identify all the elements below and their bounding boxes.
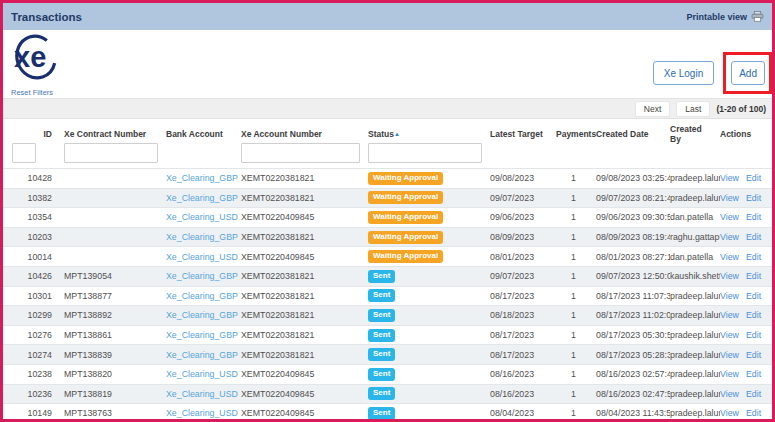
bank-account-link[interactable]: Xe_Clearing_USD: [166, 369, 238, 379]
last-page-button[interactable]: Last: [676, 101, 710, 117]
cell-id: 10149: [10, 408, 56, 418]
cell-payments: 1: [556, 350, 590, 360]
bank-account-link[interactable]: Xe_Clearing_GBP: [166, 173, 238, 183]
cell-created-by: dan.patella: [670, 212, 720, 222]
cell-id: 10014: [10, 252, 56, 262]
status-badge: Sent: [368, 368, 395, 381]
cell-created-by: dan.patella: [670, 252, 720, 262]
printable-view-button[interactable]: Printable view: [686, 11, 764, 22]
edit-link[interactable]: Edit: [746, 350, 761, 360]
cell-created-by: pradeep.lalung: [670, 173, 720, 183]
status-badge: Sent: [368, 387, 395, 400]
bank-account-link[interactable]: Xe_Clearing_GBP: [166, 310, 238, 320]
cell-payments: 1: [556, 389, 590, 399]
cell-created-by: pradeep.lalung: [670, 350, 720, 360]
view-link[interactable]: View: [720, 389, 739, 399]
edit-link[interactable]: Edit: [746, 408, 761, 418]
status-badge: Sent: [368, 289, 395, 302]
edit-link[interactable]: Edit: [746, 212, 761, 222]
edit-link[interactable]: Edit: [746, 369, 761, 379]
xe-login-button[interactable]: Xe Login: [653, 61, 714, 85]
next-page-button[interactable]: Next: [635, 101, 670, 117]
page-title: Transactions: [11, 11, 82, 23]
bank-account-link[interactable]: Xe_Clearing_GBP: [166, 291, 238, 301]
bank-account-link[interactable]: Xe_Clearing_USD: [166, 389, 238, 399]
view-link[interactable]: View: [720, 212, 739, 222]
bank-account-link[interactable]: Xe_Clearing_USD: [166, 408, 238, 418]
cell-account-number: XEMT0220409845: [241, 389, 368, 399]
cell-created-by: kaushik.shetty: [670, 271, 720, 281]
edit-link[interactable]: Edit: [746, 291, 761, 301]
cell-account-number: XEMT0220381821: [241, 173, 368, 183]
cell-payments: 1: [556, 212, 590, 222]
view-link[interactable]: View: [720, 252, 739, 262]
cell-created-date: 08/17/2023 05:30:58: [590, 330, 670, 340]
cell-account-number: XEMT0220381821: [241, 291, 368, 301]
edit-link[interactable]: Edit: [746, 271, 761, 281]
reset-filters-link[interactable]: Reset Filters: [11, 88, 53, 97]
bank-account-link[interactable]: Xe_Clearing_GBP: [166, 232, 238, 242]
col-header-created-by[interactable]: Created By: [670, 124, 720, 144]
edit-link[interactable]: Edit: [746, 252, 761, 262]
col-header-payments[interactable]: Payments: [556, 129, 590, 139]
edit-link[interactable]: Edit: [746, 232, 761, 242]
cell-contract-number: MPT138819: [56, 389, 166, 399]
col-header-status[interactable]: Status▲: [368, 129, 490, 139]
cell-account-number: XEMT0220381821: [241, 330, 368, 340]
bank-account-link[interactable]: Xe_Clearing_GBP: [166, 193, 238, 203]
cell-created-date: 08/16/2023 02:47:57: [590, 389, 670, 399]
view-link[interactable]: View: [720, 310, 739, 320]
view-link[interactable]: View: [720, 330, 739, 340]
col-header-status-label: Status: [368, 129, 394, 139]
view-link[interactable]: View: [720, 291, 739, 301]
cell-contract-number: MPT138892: [56, 310, 166, 320]
cell-id: 10382: [10, 193, 56, 203]
bank-account-link[interactable]: Xe_Clearing_USD: [166, 252, 238, 262]
status-filter-input[interactable]: [368, 143, 482, 163]
id-filter-input[interactable]: [12, 143, 36, 163]
col-header-latest-target[interactable]: Latest Target: [490, 129, 556, 139]
col-header-bank[interactable]: Bank Account: [166, 129, 241, 139]
status-badge: Waiting Approval: [368, 211, 443, 224]
col-header-account[interactable]: Xe Account Number: [241, 129, 368, 139]
col-header-created-date[interactable]: Created Date: [590, 129, 670, 139]
cell-account-number: XEMT0220409845: [241, 408, 368, 418]
col-header-id[interactable]: ID: [10, 129, 56, 139]
cell-account-number: XEMT0220409845: [241, 369, 368, 379]
bank-account-link[interactable]: Xe_Clearing_GBP: [166, 271, 238, 281]
edit-link[interactable]: Edit: [746, 310, 761, 320]
view-link[interactable]: View: [720, 408, 739, 418]
cell-account-number: XEMT0220381821: [241, 271, 368, 281]
table-row: 10428 Xe_Clearing_GBP XEMT0220381821 Wai…: [3, 168, 772, 188]
printer-icon: [751, 11, 764, 22]
view-link[interactable]: View: [720, 232, 739, 242]
contract-filter-input[interactable]: [64, 143, 158, 163]
table-row: 10276 MPT138861 Xe_Clearing_GBP XEMT0220…: [3, 325, 772, 345]
cell-id: 10274: [10, 350, 56, 360]
table-row: 10301 MPT138877 Xe_Clearing_GBP XEMT0220…: [3, 286, 772, 306]
col-header-contract[interactable]: Xe Contract Number: [56, 129, 166, 139]
edit-link[interactable]: Edit: [746, 193, 761, 203]
edit-link[interactable]: Edit: [746, 330, 761, 340]
cell-latest-target: 09/08/2023: [490, 173, 556, 183]
edit-link[interactable]: Edit: [746, 173, 761, 183]
cell-created-by: pradeep.lalung: [670, 369, 720, 379]
status-badge: Waiting Approval: [368, 172, 443, 185]
view-link[interactable]: View: [720, 350, 739, 360]
status-badge: Sent: [368, 309, 395, 322]
svg-text:xe: xe: [14, 41, 46, 73]
view-link[interactable]: View: [720, 369, 739, 379]
account-filter-input[interactable]: [241, 143, 360, 163]
bank-account-link[interactable]: Xe_Clearing_GBP: [166, 330, 238, 340]
view-link[interactable]: View: [720, 173, 739, 183]
cell-id: 10203: [10, 232, 56, 242]
view-link[interactable]: View: [720, 271, 739, 281]
bank-account-link[interactable]: Xe_Clearing_USD: [166, 212, 238, 222]
view-link[interactable]: View: [720, 193, 739, 203]
edit-link[interactable]: Edit: [746, 389, 761, 399]
bank-account-link[interactable]: Xe_Clearing_GBP: [166, 350, 238, 360]
cell-created-date: 09/08/2023 03:25:46: [590, 173, 670, 183]
add-button[interactable]: Add: [731, 61, 765, 85]
cell-created-by: pradeep.lalung: [670, 330, 720, 340]
cell-contract-number: MPT138839: [56, 350, 166, 360]
